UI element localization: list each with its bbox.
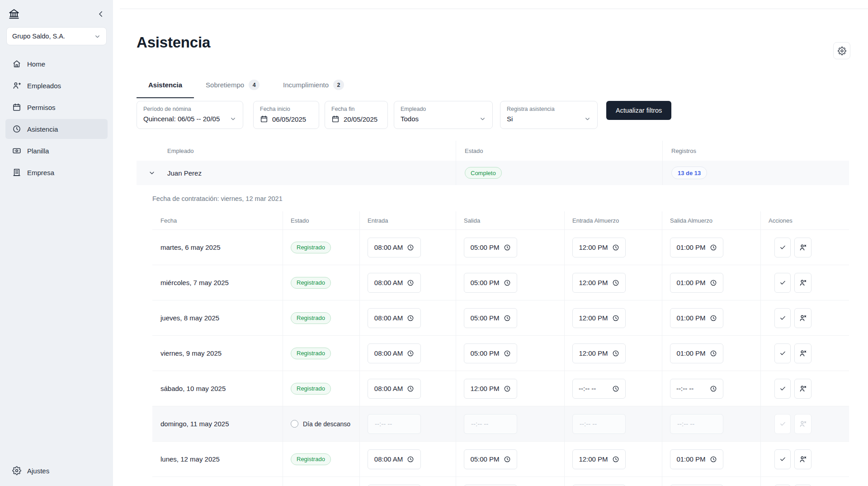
salida-cell xyxy=(456,477,564,486)
gear-icon xyxy=(12,466,21,475)
update-filters-button[interactable]: Actualizar filtros xyxy=(606,101,671,120)
sidebar-item-empresa[interactable]: Empresa xyxy=(5,162,108,182)
employee-row[interactable]: Juan Perez Completo 13 de 13 xyxy=(137,161,849,185)
clock-icon xyxy=(710,314,717,322)
time-input[interactable]: 12:00 PM xyxy=(572,238,626,257)
settings-button[interactable] xyxy=(833,42,850,59)
filter-bar: Período de nómina Quincenal: 06/05 -- 20… xyxy=(137,101,849,129)
attendance-status-cell: Registrado xyxy=(283,300,359,335)
time-input[interactable]: 01:00 PM xyxy=(670,343,723,363)
rest-day-checkbox[interactable] xyxy=(291,420,298,428)
sidebar-item-asistencia[interactable]: Asistencia xyxy=(5,119,108,139)
sidebar-item-empleados[interactable]: Empleados xyxy=(5,76,108,95)
approve-button[interactable] xyxy=(774,485,791,486)
mark-absence-button[interactable] xyxy=(794,343,811,363)
column-header-fecha: Fecha xyxy=(152,211,283,229)
entrada-almuerzo-cell: 12:00 PM xyxy=(564,300,662,335)
tab-incumplimiento[interactable]: Incumplimiento 2 xyxy=(271,80,356,98)
sidebar-item-label: Home xyxy=(27,60,45,68)
approve-button[interactable] xyxy=(774,343,791,363)
entrada-cell: 08:00 AM xyxy=(359,336,456,371)
approve-button[interactable] xyxy=(774,379,791,399)
sidebar-item-permisos[interactable]: Permisos xyxy=(5,97,108,117)
payroll-period-select[interactable]: Período de nómina Quincenal: 06/05 -- 20… xyxy=(137,101,243,129)
time-input[interactable]: 01:00 PM xyxy=(670,308,723,328)
time-input[interactable]: --:-- -- xyxy=(572,379,626,399)
time-input[interactable]: 08:00 AM xyxy=(368,449,421,469)
time-input[interactable]: 12:00 PM xyxy=(572,308,626,328)
time-input[interactable] xyxy=(670,485,723,486)
salida-almuerzo-cell: 01:00 PM xyxy=(662,300,760,335)
attendance-date: domingo, 11 may 2025 xyxy=(152,406,283,441)
clock-icon xyxy=(504,456,511,463)
salida-almuerzo-cell xyxy=(662,477,760,486)
mark-absence-button xyxy=(794,414,811,434)
attendance-status-cell xyxy=(283,477,359,486)
approve-button[interactable] xyxy=(774,308,791,328)
time-input[interactable]: 08:00 AM xyxy=(368,343,421,363)
approve-button[interactable] xyxy=(774,238,791,257)
filter-label: Fecha inicio xyxy=(260,106,312,112)
sidebar-item-label: Planilla xyxy=(27,147,49,155)
salida-cell: 05:00 PM xyxy=(456,230,564,265)
time-input[interactable]: --:-- -- xyxy=(670,379,723,399)
time-input[interactable]: 12:00 PM xyxy=(572,343,626,363)
column-header-registros: Registros xyxy=(662,141,849,161)
status-badge: Registrado xyxy=(291,383,331,395)
sidebar-item-ajustes[interactable]: Ajustes xyxy=(5,461,108,481)
mark-absence-button[interactable] xyxy=(794,238,811,257)
app-window: Grupo Saldo, S.A. Home Empleados Permiso… xyxy=(0,0,868,486)
mark-absence-button[interactable] xyxy=(794,485,811,486)
clock-icon xyxy=(12,124,21,133)
time-input[interactable] xyxy=(572,485,626,486)
time-value: 08:00 AM xyxy=(374,279,403,286)
attendance-date xyxy=(152,477,283,486)
sidebar-item-planilla[interactable]: Planilla xyxy=(5,141,108,161)
time-input[interactable]: 05:00 PM xyxy=(464,273,517,293)
time-input[interactable]: 12:00 PM xyxy=(572,449,626,469)
sidebar-item-home[interactable]: Home xyxy=(5,54,108,74)
registros-badge[interactable]: 13 de 13 xyxy=(671,167,707,179)
time-input[interactable]: 05:00 PM xyxy=(464,308,517,328)
time-input[interactable]: 12:00 PM xyxy=(572,273,626,293)
time-input[interactable]: 05:00 PM xyxy=(464,449,517,469)
time-input[interactable] xyxy=(464,485,517,486)
start-date-input[interactable]: Fecha inicio 06/05/2025 xyxy=(253,101,319,129)
time-input[interactable]: 12:00 PM xyxy=(464,379,517,399)
time-input[interactable]: 01:00 PM xyxy=(670,238,723,257)
records-attendance-select[interactable]: Registra asistencia Si xyxy=(500,101,598,129)
time-input[interactable]: 08:00 AM xyxy=(368,238,421,257)
company-selector[interactable]: Grupo Saldo, S.A. xyxy=(6,27,107,45)
mark-absence-button[interactable] xyxy=(794,449,811,469)
clock-icon xyxy=(612,456,619,463)
tab-sobretiempo[interactable]: Sobretiempo 4 xyxy=(194,80,271,98)
chevron-down-icon xyxy=(94,33,101,40)
calendar-icon xyxy=(260,115,268,123)
time-input[interactable]: 05:00 PM xyxy=(464,238,517,257)
collapse-row-button[interactable] xyxy=(137,169,167,176)
clock-icon xyxy=(710,385,717,392)
time-input[interactable]: 08:00 AM xyxy=(368,379,421,399)
employee-select[interactable]: Empleado Todos xyxy=(394,101,493,129)
approve-button[interactable] xyxy=(774,273,791,293)
acciones-cell xyxy=(760,265,849,300)
time-value: 01:00 PM xyxy=(676,455,705,463)
mark-absence-button[interactable] xyxy=(794,308,811,328)
time-input[interactable]: 08:00 AM xyxy=(368,308,421,328)
mark-absence-button[interactable] xyxy=(794,273,811,293)
sidebar-collapse-button[interactable] xyxy=(97,10,105,18)
acciones-cell xyxy=(760,371,849,406)
time-input[interactable]: 05:00 PM xyxy=(464,343,517,363)
approve-button[interactable] xyxy=(774,449,791,469)
clock-icon xyxy=(612,314,619,322)
end-date-input[interactable]: Fecha fin 20/05/2025 xyxy=(325,101,388,129)
clock-icon xyxy=(504,385,511,392)
time-input[interactable]: 01:00 PM xyxy=(670,273,723,293)
time-input[interactable] xyxy=(368,485,421,486)
tab-asistencia[interactable]: Asistencia xyxy=(137,80,194,98)
time-input[interactable]: 08:00 AM xyxy=(368,273,421,293)
clock-icon xyxy=(710,244,717,251)
time-input[interactable]: 01:00 PM xyxy=(670,449,723,469)
time-input: --:-- -- xyxy=(464,414,517,434)
mark-absence-button[interactable] xyxy=(794,379,811,399)
